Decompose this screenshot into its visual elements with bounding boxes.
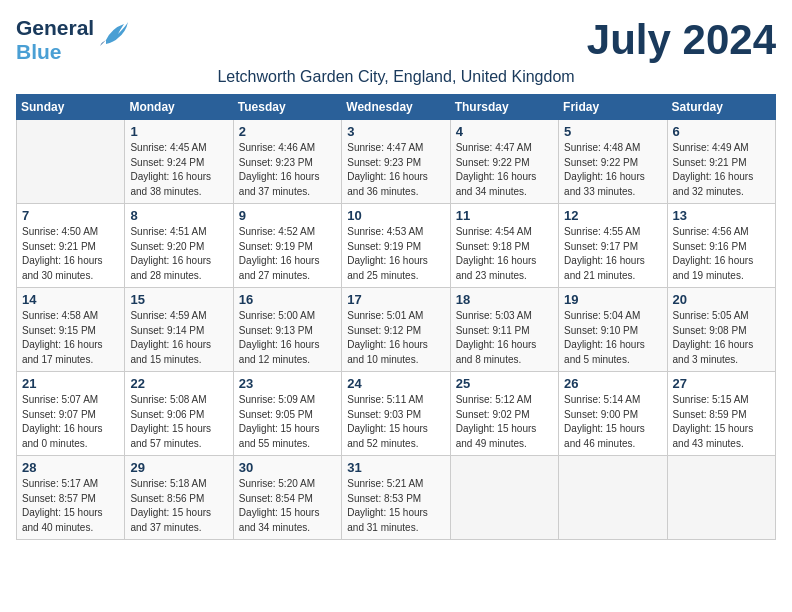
day-info: Sunrise: 4:51 AMSunset: 9:20 PMDaylight:…: [130, 225, 227, 283]
day-info: Sunrise: 4:47 AMSunset: 9:23 PMDaylight:…: [347, 141, 444, 199]
calendar-cell: 18Sunrise: 5:03 AMSunset: 9:11 PMDayligh…: [450, 288, 558, 372]
day-info: Sunrise: 4:59 AMSunset: 9:14 PMDaylight:…: [130, 309, 227, 367]
day-info: Sunrise: 5:01 AMSunset: 9:12 PMDaylight:…: [347, 309, 444, 367]
weekday-header-tuesday: Tuesday: [233, 95, 341, 120]
day-info: Sunrise: 5:11 AMSunset: 9:03 PMDaylight:…: [347, 393, 444, 451]
calendar-cell: 31Sunrise: 5:21 AMSunset: 8:53 PMDayligh…: [342, 456, 450, 540]
day-number: 22: [130, 376, 227, 391]
day-number: 5: [564, 124, 661, 139]
day-number: 20: [673, 292, 770, 307]
calendar-cell: 21Sunrise: 5:07 AMSunset: 9:07 PMDayligh…: [17, 372, 125, 456]
logo-bird-icon: [98, 20, 130, 52]
page-header: General Blue July 2024: [16, 16, 776, 64]
calendar-table: SundayMondayTuesdayWednesdayThursdayFrid…: [16, 94, 776, 540]
day-number: 7: [22, 208, 119, 223]
day-number: 21: [22, 376, 119, 391]
day-number: 13: [673, 208, 770, 223]
day-number: 12: [564, 208, 661, 223]
day-number: 26: [564, 376, 661, 391]
day-number: 17: [347, 292, 444, 307]
day-number: 25: [456, 376, 553, 391]
calendar-cell: [559, 456, 667, 540]
day-number: 4: [456, 124, 553, 139]
day-number: 3: [347, 124, 444, 139]
calendar-cell: 30Sunrise: 5:20 AMSunset: 8:54 PMDayligh…: [233, 456, 341, 540]
weekday-header-wednesday: Wednesday: [342, 95, 450, 120]
weekday-header-sunday: Sunday: [17, 95, 125, 120]
calendar-header-row: SundayMondayTuesdayWednesdayThursdayFrid…: [17, 95, 776, 120]
calendar-cell: 15Sunrise: 4:59 AMSunset: 9:14 PMDayligh…: [125, 288, 233, 372]
day-number: 30: [239, 460, 336, 475]
day-number: 24: [347, 376, 444, 391]
day-info: Sunrise: 4:58 AMSunset: 9:15 PMDaylight:…: [22, 309, 119, 367]
calendar-week-2: 7Sunrise: 4:50 AMSunset: 9:21 PMDaylight…: [17, 204, 776, 288]
day-info: Sunrise: 4:55 AMSunset: 9:17 PMDaylight:…: [564, 225, 661, 283]
logo-general: General: [16, 16, 94, 40]
day-info: Sunrise: 4:56 AMSunset: 9:16 PMDaylight:…: [673, 225, 770, 283]
day-info: Sunrise: 5:00 AMSunset: 9:13 PMDaylight:…: [239, 309, 336, 367]
logo-blue: Blue: [16, 40, 94, 64]
day-info: Sunrise: 4:49 AMSunset: 9:21 PMDaylight:…: [673, 141, 770, 199]
calendar-cell: 3Sunrise: 4:47 AMSunset: 9:23 PMDaylight…: [342, 120, 450, 204]
day-info: Sunrise: 4:52 AMSunset: 9:19 PMDaylight:…: [239, 225, 336, 283]
day-info: Sunrise: 5:05 AMSunset: 9:08 PMDaylight:…: [673, 309, 770, 367]
day-info: Sunrise: 5:21 AMSunset: 8:53 PMDaylight:…: [347, 477, 444, 535]
calendar-cell: 23Sunrise: 5:09 AMSunset: 9:05 PMDayligh…: [233, 372, 341, 456]
logo: General Blue: [16, 16, 130, 64]
calendar-cell: 9Sunrise: 4:52 AMSunset: 9:19 PMDaylight…: [233, 204, 341, 288]
weekday-header-thursday: Thursday: [450, 95, 558, 120]
calendar-cell: 5Sunrise: 4:48 AMSunset: 9:22 PMDaylight…: [559, 120, 667, 204]
day-info: Sunrise: 5:08 AMSunset: 9:06 PMDaylight:…: [130, 393, 227, 451]
calendar-cell: 7Sunrise: 4:50 AMSunset: 9:21 PMDaylight…: [17, 204, 125, 288]
calendar-cell: 8Sunrise: 4:51 AMSunset: 9:20 PMDaylight…: [125, 204, 233, 288]
day-info: Sunrise: 5:15 AMSunset: 8:59 PMDaylight:…: [673, 393, 770, 451]
day-info: Sunrise: 5:12 AMSunset: 9:02 PMDaylight:…: [456, 393, 553, 451]
day-info: Sunrise: 5:09 AMSunset: 9:05 PMDaylight:…: [239, 393, 336, 451]
month-title: July 2024: [587, 16, 776, 64]
day-info: Sunrise: 4:47 AMSunset: 9:22 PMDaylight:…: [456, 141, 553, 199]
calendar-cell: 12Sunrise: 4:55 AMSunset: 9:17 PMDayligh…: [559, 204, 667, 288]
calendar-cell: 2Sunrise: 4:46 AMSunset: 9:23 PMDaylight…: [233, 120, 341, 204]
calendar-cell: 13Sunrise: 4:56 AMSunset: 9:16 PMDayligh…: [667, 204, 775, 288]
calendar-cell: 22Sunrise: 5:08 AMSunset: 9:06 PMDayligh…: [125, 372, 233, 456]
calendar-cell: 6Sunrise: 4:49 AMSunset: 9:21 PMDaylight…: [667, 120, 775, 204]
calendar-cell: 20Sunrise: 5:05 AMSunset: 9:08 PMDayligh…: [667, 288, 775, 372]
calendar-cell: 19Sunrise: 5:04 AMSunset: 9:10 PMDayligh…: [559, 288, 667, 372]
calendar-cell: 25Sunrise: 5:12 AMSunset: 9:02 PMDayligh…: [450, 372, 558, 456]
day-number: 2: [239, 124, 336, 139]
weekday-header-monday: Monday: [125, 95, 233, 120]
calendar-cell: 1Sunrise: 4:45 AMSunset: 9:24 PMDaylight…: [125, 120, 233, 204]
day-info: Sunrise: 5:04 AMSunset: 9:10 PMDaylight:…: [564, 309, 661, 367]
day-info: Sunrise: 5:17 AMSunset: 8:57 PMDaylight:…: [22, 477, 119, 535]
day-number: 1: [130, 124, 227, 139]
calendar-cell: 24Sunrise: 5:11 AMSunset: 9:03 PMDayligh…: [342, 372, 450, 456]
day-number: 16: [239, 292, 336, 307]
calendar-cell: 27Sunrise: 5:15 AMSunset: 8:59 PMDayligh…: [667, 372, 775, 456]
calendar-body: 1Sunrise: 4:45 AMSunset: 9:24 PMDaylight…: [17, 120, 776, 540]
day-info: Sunrise: 4:50 AMSunset: 9:21 PMDaylight:…: [22, 225, 119, 283]
calendar-cell: 10Sunrise: 4:53 AMSunset: 9:19 PMDayligh…: [342, 204, 450, 288]
day-info: Sunrise: 5:03 AMSunset: 9:11 PMDaylight:…: [456, 309, 553, 367]
day-info: Sunrise: 4:46 AMSunset: 9:23 PMDaylight:…: [239, 141, 336, 199]
calendar-cell: [450, 456, 558, 540]
day-info: Sunrise: 4:48 AMSunset: 9:22 PMDaylight:…: [564, 141, 661, 199]
day-info: Sunrise: 4:53 AMSunset: 9:19 PMDaylight:…: [347, 225, 444, 283]
day-number: 11: [456, 208, 553, 223]
day-info: Sunrise: 5:18 AMSunset: 8:56 PMDaylight:…: [130, 477, 227, 535]
day-number: 15: [130, 292, 227, 307]
calendar-cell: 29Sunrise: 5:18 AMSunset: 8:56 PMDayligh…: [125, 456, 233, 540]
calendar-cell: [667, 456, 775, 540]
calendar-week-3: 14Sunrise: 4:58 AMSunset: 9:15 PMDayligh…: [17, 288, 776, 372]
weekday-header-friday: Friday: [559, 95, 667, 120]
calendar-week-4: 21Sunrise: 5:07 AMSunset: 9:07 PMDayligh…: [17, 372, 776, 456]
day-number: 31: [347, 460, 444, 475]
day-number: 10: [347, 208, 444, 223]
calendar-cell: 26Sunrise: 5:14 AMSunset: 9:00 PMDayligh…: [559, 372, 667, 456]
calendar-week-5: 28Sunrise: 5:17 AMSunset: 8:57 PMDayligh…: [17, 456, 776, 540]
calendar-cell: 14Sunrise: 4:58 AMSunset: 9:15 PMDayligh…: [17, 288, 125, 372]
day-number: 9: [239, 208, 336, 223]
calendar-week-1: 1Sunrise: 4:45 AMSunset: 9:24 PMDaylight…: [17, 120, 776, 204]
day-number: 28: [22, 460, 119, 475]
calendar-cell: 28Sunrise: 5:17 AMSunset: 8:57 PMDayligh…: [17, 456, 125, 540]
day-number: 27: [673, 376, 770, 391]
